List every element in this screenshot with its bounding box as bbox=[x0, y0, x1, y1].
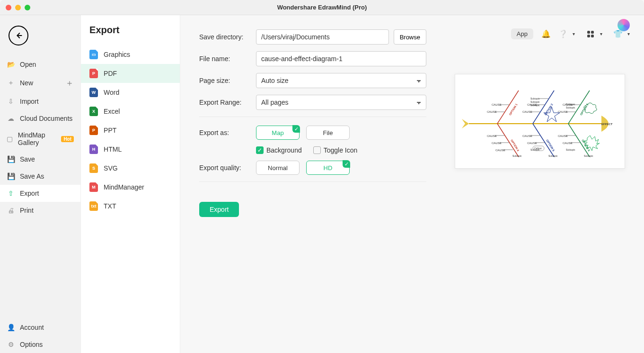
print-icon: 🖨 bbox=[7, 206, 15, 215]
svg-line-5 bbox=[497, 124, 519, 157]
format-mindmanager[interactable]: MMindManager bbox=[81, 178, 180, 197]
svg-text:OPTION 3: OPTION 3 bbox=[580, 103, 589, 116]
preview-pane: EFFECT bbox=[455, 29, 625, 339]
sidebar-item-save[interactable]: 💾Save bbox=[0, 151, 80, 168]
sidebar-item-saveas[interactable]: 💾Save As bbox=[0, 168, 80, 185]
app-button[interactable]: App bbox=[511, 28, 533, 39]
exportas-file-button[interactable]: File bbox=[306, 126, 350, 140]
sidebar-item-new[interactable]: ＋New＋ bbox=[0, 73, 80, 93]
format-ppt[interactable]: PPPT bbox=[81, 121, 180, 140]
browse-button[interactable]: Browse bbox=[394, 29, 426, 45]
sidebar-label: Account bbox=[20, 324, 44, 331]
checkbox-icon bbox=[313, 146, 321, 154]
exportas-map-button[interactable]: Map bbox=[256, 126, 300, 140]
excel-icon: X bbox=[89, 107, 98, 116]
svg-text:Subtopic: Subtopic bbox=[530, 97, 540, 100]
quality-hd-button[interactable]: HD bbox=[306, 161, 350, 175]
sidebar-label: MindMap Gallery bbox=[18, 131, 57, 146]
toggleicon-checkbox[interactable]: Toggle Icon bbox=[313, 146, 358, 154]
txt-icon: txt bbox=[89, 201, 98, 211]
save-icon: 💾 bbox=[7, 155, 15, 163]
shirt-caret-icon[interactable]: ▾ bbox=[624, 30, 633, 38]
left-sidebar: 📂Open ＋New＋ ⇩Import ☁Cloud Documents ▢Mi… bbox=[0, 15, 81, 353]
format-word[interactable]: WWord bbox=[81, 83, 180, 102]
svg-text:Subtopic: Subtopic bbox=[548, 154, 558, 157]
svg-line-6 bbox=[533, 124, 554, 157]
format-svg[interactable]: SSVG bbox=[81, 159, 180, 178]
export-title: Export bbox=[81, 25, 180, 45]
close-window[interactable] bbox=[6, 5, 11, 10]
export-button[interactable]: Export bbox=[199, 202, 239, 217]
sidebar-item-gallery[interactable]: ▢MindMap GalleryHot bbox=[0, 127, 80, 151]
html-icon: H bbox=[89, 145, 98, 154]
window-controls bbox=[6, 5, 30, 10]
import-icon: ⇩ bbox=[7, 97, 15, 106]
sidebar-label: Options bbox=[20, 341, 43, 348]
cloud-icon: ☁ bbox=[7, 114, 15, 123]
apps-grid-icon[interactable] bbox=[586, 30, 595, 38]
svg-text:CAUSE: CAUSE bbox=[492, 142, 502, 145]
export-content: App 🔔 ❔▾ ▾ 👕▾ Save directory: Browse Fil… bbox=[180, 15, 644, 353]
sidebar-label: Cloud Documents bbox=[20, 115, 72, 122]
save-dir-input[interactable] bbox=[256, 29, 389, 45]
quality-label: Export quality: bbox=[199, 164, 256, 172]
help-icon[interactable]: ❔ bbox=[559, 30, 567, 38]
sidebar-item-print[interactable]: 🖨Print bbox=[0, 202, 80, 219]
help-caret-icon[interactable]: ▾ bbox=[569, 30, 578, 38]
ppt-icon: P bbox=[89, 126, 98, 135]
folder-icon: 📂 bbox=[7, 60, 15, 69]
bell-icon[interactable]: 🔔 bbox=[542, 30, 550, 38]
pagesize-select[interactable]: Auto size bbox=[256, 73, 426, 88]
sidebar-item-open[interactable]: 📂Open bbox=[0, 56, 80, 73]
sidebar-item-account[interactable]: 👤Account bbox=[0, 319, 80, 336]
sidebar-label: Import bbox=[20, 98, 39, 105]
checkbox-checked-icon: ✓ bbox=[256, 146, 264, 154]
filename-input[interactable] bbox=[256, 51, 426, 66]
sidebar-item-export[interactable]: ⇧Export bbox=[0, 185, 80, 202]
titlebar: Wondershare EdrawMind (Pro) bbox=[0, 0, 644, 15]
svg-text:Callout: Callout bbox=[534, 147, 542, 150]
format-graphics[interactable]: ▭Graphics bbox=[81, 45, 180, 64]
sidebar-label: Print bbox=[20, 207, 34, 214]
sidebar-item-options[interactable]: ⚙Options bbox=[0, 336, 80, 353]
svg-text:CAUSE: CAUSE bbox=[563, 142, 573, 145]
svg-text:Subtopic: Subtopic bbox=[566, 148, 575, 151]
gallery-icon: ▢ bbox=[7, 135, 13, 143]
back-button[interactable] bbox=[9, 26, 28, 45]
preview-thumbnail: EFFECT bbox=[455, 74, 625, 169]
quality-normal-button[interactable]: Normal bbox=[256, 161, 300, 175]
sidebar-label: Save bbox=[20, 155, 35, 163]
maximize-window[interactable] bbox=[25, 5, 30, 10]
range-label: Export Range: bbox=[199, 99, 256, 106]
format-txt[interactable]: txtTXT bbox=[81, 197, 180, 216]
minimize-window[interactable] bbox=[15, 5, 21, 10]
format-pdf[interactable]: PPDF bbox=[81, 64, 180, 83]
graphics-icon: ▭ bbox=[89, 50, 98, 59]
svg-text:EFFECT: EFFECT bbox=[601, 123, 613, 126]
sidebar-item-import[interactable]: ⇩Import bbox=[0, 93, 80, 110]
svg-text:Subtopic: Subtopic bbox=[512, 154, 522, 157]
gear-icon: ⚙ bbox=[7, 340, 15, 349]
apps-caret-icon[interactable]: ▾ bbox=[597, 30, 605, 38]
format-excel[interactable]: XExcel bbox=[81, 102, 180, 121]
format-html[interactable]: HHTML bbox=[81, 140, 180, 159]
shirt-icon[interactable]: 👕 bbox=[614, 30, 622, 38]
background-checkbox[interactable]: ✓Background bbox=[256, 146, 302, 154]
svg-text:CAUSE: CAUSE bbox=[492, 103, 502, 106]
svg-marker-51 bbox=[544, 107, 560, 122]
exportas-label: Export as: bbox=[199, 129, 256, 136]
filename-label: File name: bbox=[199, 55, 256, 63]
svg-text:CAUSE: CAUSE bbox=[522, 135, 532, 137]
svg-text:Subtopic: Subtopic bbox=[530, 100, 540, 103]
sidebar-item-cloud[interactable]: ☁Cloud Documents bbox=[0, 110, 80, 127]
svg-text:Subtopic: Subtopic bbox=[566, 103, 575, 106]
plus-icon[interactable]: ＋ bbox=[65, 77, 74, 89]
range-select[interactable]: All pages bbox=[256, 95, 426, 110]
svg-text:OPTION 1: OPTION 1 bbox=[509, 103, 518, 116]
svg-text:CAUSE: CAUSE bbox=[495, 149, 505, 152]
sidebar-label: New bbox=[20, 79, 33, 87]
svg-text:CAUSE: CAUSE bbox=[527, 142, 537, 145]
svg-text:CAUSE: CAUSE bbox=[487, 110, 497, 113]
window-title: Wondershare EdrawMind (Pro) bbox=[277, 4, 367, 11]
pagesize-label: Page size: bbox=[199, 77, 256, 84]
